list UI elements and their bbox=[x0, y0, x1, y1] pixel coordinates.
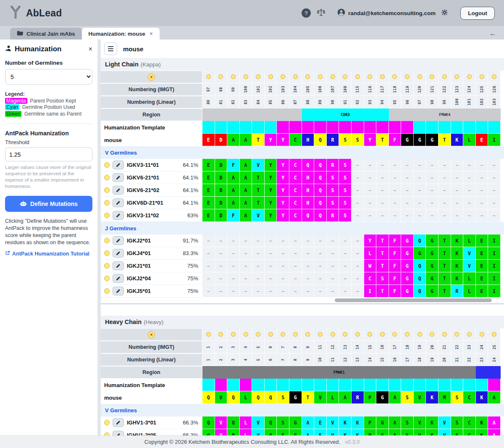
position-toggle-icon[interactable] bbox=[331, 74, 335, 79]
position-toggle-cell[interactable] bbox=[215, 328, 228, 341]
position-toggle-icon[interactable] bbox=[467, 74, 472, 79]
template-cell[interactable] bbox=[252, 121, 265, 134]
template-cell[interactable] bbox=[215, 121, 228, 134]
position-toggle-cell[interactable] bbox=[376, 71, 389, 83]
position-toggle-icon[interactable] bbox=[392, 332, 397, 337]
template-cell[interactable] bbox=[202, 379, 215, 391]
germline-select-radio[interactable] bbox=[104, 263, 110, 269]
position-toggle-cell[interactable] bbox=[302, 328, 315, 341]
edit-germline-button[interactable] bbox=[113, 211, 124, 220]
position-toggle-cell[interactable] bbox=[352, 71, 364, 83]
position-toggle-icon[interactable] bbox=[331, 332, 335, 337]
position-toggle-cell[interactable] bbox=[401, 71, 414, 83]
position-toggle-cell[interactable] bbox=[426, 71, 438, 83]
template-cell[interactable] bbox=[426, 121, 438, 134]
template-cell[interactable] bbox=[277, 121, 289, 134]
position-toggle-icon[interactable] bbox=[355, 74, 360, 79]
help-icon[interactable]: ? bbox=[302, 8, 311, 18]
tab-humanization-mouse[interactable]: Humanization: mouse × bbox=[82, 28, 160, 40]
germline-select-radio[interactable] bbox=[104, 432, 110, 435]
position-toggle-icon[interactable] bbox=[305, 332, 310, 337]
position-toggle-cell[interactable] bbox=[265, 71, 277, 83]
germline-select-radio[interactable] bbox=[104, 276, 110, 281]
template-cell[interactable] bbox=[463, 121, 476, 134]
logout-button[interactable]: Logout bbox=[460, 7, 495, 20]
position-toggle-icon[interactable] bbox=[343, 74, 347, 79]
position-toggle-icon[interactable] bbox=[454, 332, 459, 337]
template-cell[interactable] bbox=[265, 121, 277, 134]
position-toggle-icon[interactable] bbox=[442, 74, 447, 79]
position-toggle-cell[interactable] bbox=[215, 71, 228, 83]
position-toggle-icon[interactable] bbox=[318, 332, 323, 337]
position-toggle-icon[interactable] bbox=[293, 74, 298, 79]
position-toggle-cell[interactable] bbox=[451, 328, 464, 341]
germline-select-radio[interactable] bbox=[104, 250, 110, 256]
scales-icon[interactable] bbox=[317, 8, 326, 18]
position-toggle-cell[interactable] bbox=[277, 328, 289, 341]
position-toggle-icon[interactable] bbox=[231, 332, 236, 337]
template-cell[interactable] bbox=[376, 121, 389, 134]
position-toggle-icon[interactable] bbox=[417, 332, 422, 337]
position-toggle-cell[interactable] bbox=[314, 71, 327, 83]
position-toggle-cell[interactable] bbox=[426, 328, 438, 341]
position-toggle-cell[interactable] bbox=[240, 71, 252, 83]
menu-button[interactable] bbox=[104, 42, 117, 55]
position-toggle-icon[interactable] bbox=[430, 332, 434, 337]
edit-germline-button[interactable] bbox=[113, 198, 124, 207]
position-toggle-cell[interactable] bbox=[376, 328, 389, 341]
position-toggle-icon[interactable] bbox=[244, 74, 248, 79]
template-cell[interactable] bbox=[389, 379, 402, 391]
position-toggle-cell[interactable] bbox=[364, 71, 377, 83]
template-cell[interactable] bbox=[438, 121, 451, 134]
position-toggle-cell[interactable] bbox=[314, 328, 327, 341]
position-toggle-cell[interactable] bbox=[476, 71, 488, 83]
position-toggle-cell[interactable] bbox=[240, 328, 252, 341]
template-cell[interactable] bbox=[265, 379, 277, 391]
template-cell[interactable] bbox=[240, 379, 252, 391]
position-toggle-icon[interactable] bbox=[492, 332, 496, 337]
position-toggle-cell[interactable] bbox=[364, 328, 377, 341]
template-cell[interactable] bbox=[463, 379, 476, 391]
germline-count-select[interactable]: 5 bbox=[5, 69, 92, 84]
position-toggle-cell[interactable] bbox=[438, 328, 451, 341]
template-cell[interactable] bbox=[327, 121, 339, 134]
position-toggle-icon[interactable] bbox=[256, 332, 260, 337]
template-cell[interactable] bbox=[339, 379, 352, 391]
edit-germline-button[interactable] bbox=[113, 173, 124, 182]
position-toggle-icon[interactable] bbox=[318, 74, 323, 79]
template-cell[interactable] bbox=[339, 121, 352, 134]
position-toggle-cell[interactable] bbox=[488, 71, 501, 83]
template-cell[interactable] bbox=[476, 379, 488, 391]
position-toggle-icon[interactable] bbox=[454, 74, 459, 79]
position-toggle-cell[interactable] bbox=[339, 71, 352, 83]
position-toggle-cell[interactable] bbox=[463, 328, 476, 341]
template-cell[interactable] bbox=[302, 379, 315, 391]
clear-selection-button[interactable]: × bbox=[148, 331, 155, 338]
position-toggle-icon[interactable] bbox=[442, 332, 447, 337]
edit-germline-button[interactable] bbox=[113, 274, 124, 283]
position-toggle-icon[interactable] bbox=[405, 74, 410, 79]
edit-germline-button[interactable] bbox=[113, 186, 124, 195]
template-cell[interactable] bbox=[364, 121, 377, 134]
position-toggle-icon[interactable] bbox=[218, 74, 223, 79]
edit-germline-button[interactable] bbox=[113, 287, 124, 295]
template-cell[interactable] bbox=[414, 379, 426, 391]
germline-select-radio[interactable] bbox=[104, 288, 110, 294]
template-cell[interactable] bbox=[314, 121, 327, 134]
position-toggle-icon[interactable] bbox=[244, 332, 248, 337]
position-toggle-icon[interactable] bbox=[467, 332, 472, 337]
position-toggle-icon[interactable] bbox=[405, 332, 410, 337]
position-toggle-icon[interactable] bbox=[368, 74, 372, 79]
template-cell[interactable] bbox=[252, 379, 265, 391]
template-cell[interactable] bbox=[451, 379, 464, 391]
position-toggle-cell[interactable] bbox=[451, 71, 464, 83]
position-toggle-icon[interactable] bbox=[380, 332, 385, 337]
template-cell[interactable] bbox=[401, 379, 414, 391]
position-toggle-cell[interactable] bbox=[327, 328, 339, 341]
position-toggle-icon[interactable] bbox=[343, 332, 347, 337]
position-toggle-icon[interactable] bbox=[281, 332, 285, 337]
template-cell[interactable] bbox=[302, 121, 315, 134]
position-toggle-icon[interactable] bbox=[206, 74, 211, 79]
position-toggle-cell[interactable] bbox=[352, 328, 364, 341]
template-cell[interactable] bbox=[426, 379, 438, 391]
